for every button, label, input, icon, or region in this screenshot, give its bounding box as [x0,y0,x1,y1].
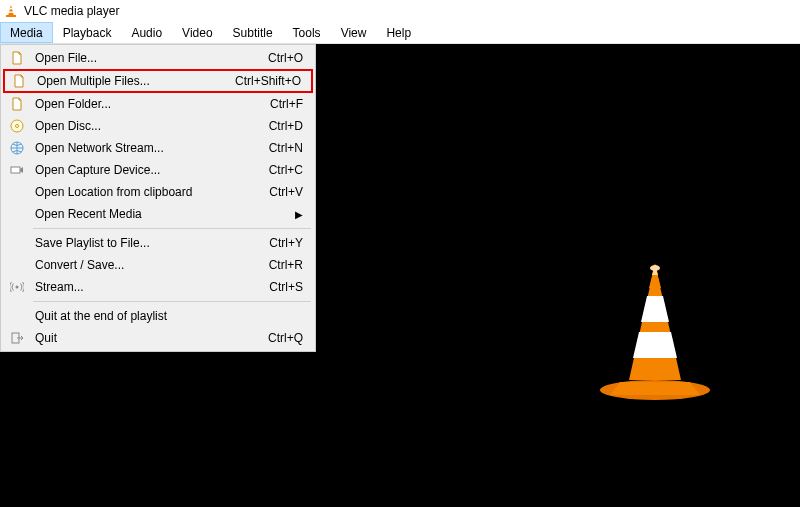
menu-item-quit-at-the-end-of-playlist[interactable]: Quit at the end of playlist [3,305,313,327]
svg-marker-0 [8,5,14,16]
vlc-cone-icon [4,4,18,18]
svg-marker-5 [610,382,700,395]
menu-tools[interactable]: Tools [283,22,331,43]
menu-item-open-multiple-files[interactable]: Open Multiple Files...Ctrl+Shift+O [3,69,313,93]
menu-item-shortcut: Ctrl+V [269,185,311,199]
menu-separator [33,228,311,229]
window-title: VLC media player [24,4,119,18]
menu-item-shortcut: Ctrl+N [269,141,311,155]
svg-rect-1 [6,15,16,17]
menu-item-quit[interactable]: QuitCtrl+Q [3,327,313,349]
disc-icon [5,119,29,133]
menu-subtitle[interactable]: Subtitle [223,22,283,43]
menu-item-stream[interactable]: Stream...Ctrl+S [3,276,313,298]
doc-icon [5,97,29,111]
menu-item-label: Save Playlist to File... [29,236,269,250]
menu-item-label: Open Folder... [29,97,270,111]
net-icon [5,141,29,155]
menu-item-shortcut: Ctrl+F [270,97,311,111]
submenu-arrow-icon: ▶ [295,209,311,220]
menu-playback[interactable]: Playback [53,22,122,43]
svg-marker-8 [641,296,669,322]
menu-item-label: Quit at the end of playlist [29,309,303,323]
menu-item-open-disc[interactable]: Open Disc...Ctrl+D [3,115,313,137]
menu-item-open-recent-media[interactable]: Open Recent Media▶ [3,203,313,225]
menu-item-open-folder[interactable]: Open Folder...Ctrl+F [3,93,313,115]
menu-item-shortcut: Ctrl+Y [269,236,311,250]
menu-item-label: Open Capture Device... [29,163,269,177]
menu-item-shortcut: Ctrl+O [268,51,311,65]
menu-item-shortcut: Ctrl+Q [268,331,311,345]
menu-item-open-location-from-clipboard[interactable]: Open Location from clipboardCtrl+V [3,181,313,203]
menu-item-label: Stream... [29,280,269,294]
menu-item-label: Convert / Save... [29,258,269,272]
menu-item-open-file[interactable]: Open File...Ctrl+O [3,47,313,69]
menu-video[interactable]: Video [172,22,222,43]
doc-icon [7,74,31,88]
quit-icon [5,331,29,345]
menu-item-save-playlist-to-file[interactable]: Save Playlist to File...Ctrl+Y [3,232,313,254]
svg-rect-15 [11,167,20,173]
media-dropdown-menu: Open File...Ctrl+OOpen Multiple Files...… [0,44,316,352]
svg-marker-9 [633,332,677,358]
menu-item-label: Open File... [29,51,268,65]
svg-point-17 [16,286,19,289]
vlc-logo-icon [595,260,715,400]
menu-audio[interactable]: Audio [121,22,172,43]
menu-item-label: Open Multiple Files... [31,74,235,88]
menu-media[interactable]: Media [0,22,53,43]
menubar: Media Playback Audio Video Subtitle Tool… [0,22,800,44]
menu-item-label: Open Network Stream... [29,141,269,155]
svg-rect-3 [9,12,14,13]
menu-view[interactable]: View [331,22,377,43]
titlebar: VLC media player [0,0,800,22]
svg-point-13 [16,125,19,128]
menu-item-label: Open Disc... [29,119,269,133]
menu-help[interactable]: Help [376,22,421,43]
cap-icon [5,163,29,177]
menu-item-label: Quit [29,331,268,345]
menu-item-shortcut: Ctrl+D [269,119,311,133]
menu-item-label: Open Recent Media [29,207,295,221]
menu-item-label: Open Location from clipboard [29,185,269,199]
svg-point-11 [650,265,660,271]
menu-item-convert-save[interactable]: Convert / Save...Ctrl+R [3,254,313,276]
menu-item-shortcut: Ctrl+Shift+O [235,74,309,88]
menu-item-open-capture-device[interactable]: Open Capture Device...Ctrl+C [3,159,313,181]
doc-icon [5,51,29,65]
stream-icon [5,280,29,294]
menu-separator [33,301,311,302]
menu-item-shortcut: Ctrl+R [269,258,311,272]
menu-item-shortcut: Ctrl+S [269,280,311,294]
menu-item-shortcut: Ctrl+C [269,163,311,177]
menu-item-open-network-stream[interactable]: Open Network Stream...Ctrl+N [3,137,313,159]
svg-rect-2 [9,8,13,9]
